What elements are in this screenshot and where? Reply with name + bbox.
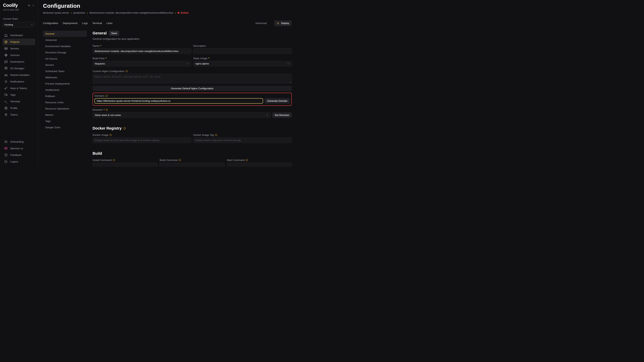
info-icon	[126, 70, 128, 72]
info-icon	[113, 159, 115, 161]
sidebar-item-feedback[interactable]: Feedback	[2, 152, 35, 158]
build-command-input[interactable]	[160, 163, 224, 167]
chevron-down-icon	[30, 23, 33, 26]
section-nav-danger-zone[interactable]: Danger Zone	[43, 124, 87, 130]
breadcrumb-application[interactable]: illicitestonion/-module--decomposition:m…	[90, 11, 174, 14]
sidebar-item-label: Sponsor us	[10, 147, 23, 150]
play-icon	[277, 22, 280, 24]
set-direction-button[interactable]: Set Direction	[272, 112, 292, 118]
generate-domain-button[interactable]: Generate Domain	[265, 98, 290, 104]
sidebar-item-label: Projects	[10, 40, 20, 43]
section-nav-advanced[interactable]: Advanced	[43, 37, 87, 43]
static-image-select[interactable]: nginx:alpine	[193, 61, 292, 66]
sidebar-nav: Dashboard Projects Servers Sources Desti…	[2, 32, 35, 118]
sidebar-item-profile[interactable]: Profile	[2, 105, 35, 111]
heart-hands-icon	[4, 147, 8, 150]
sidebar-item-teams[interactable]: Teams	[2, 111, 35, 118]
app-version: v4.0.0-beta.399	[3, 8, 35, 11]
tab-terminal[interactable]: Terminal	[92, 22, 102, 24]
required-marker: *	[104, 108, 104, 111]
breadcrumb-separator-icon: ›	[87, 11, 88, 14]
sidebar-item-label: Dashboard	[10, 34, 23, 37]
section-nav-healthcheck[interactable]: Healthcheck	[43, 87, 87, 93]
custom-nginx-textarea[interactable]	[92, 74, 292, 83]
sidebar-item-label: Teams	[10, 113, 18, 116]
section-nav-general[interactable]: General	[43, 31, 87, 37]
section-nav-webhooks[interactable]: Webhooks	[43, 74, 87, 81]
deploy-button[interactable]: Deploy	[274, 20, 292, 26]
advanced-menu[interactable]: Advanced	[255, 22, 270, 24]
sidebar-item-destinations[interactable]: Destinations	[2, 58, 35, 65]
theme-sun-icon[interactable]	[28, 4, 30, 7]
info-icon	[215, 134, 217, 136]
sidebar-item-dashboard[interactable]: Dashboard	[2, 32, 35, 38]
section-nav-preview-deployments[interactable]: Preview Deployments	[43, 81, 87, 87]
section-nav-rollback[interactable]: Rollback	[43, 93, 87, 99]
tag-icon	[4, 93, 8, 97]
breadcrumb-environment[interactable]: production	[73, 11, 85, 14]
docker-image-tag-input[interactable]	[193, 137, 292, 143]
direction-select[interactable]: Allow www & non-www.	[92, 112, 271, 118]
section-nav-resource-limits[interactable]: Resource Limits	[43, 99, 87, 105]
tab-logs[interactable]: Logs	[82, 22, 88, 24]
info-icon	[106, 109, 108, 111]
section-nav-servers[interactable]: Servers	[43, 62, 87, 68]
sidebar-item-shared-variables[interactable]: (x) Shared Variables	[2, 72, 35, 78]
variables-icon: (x)	[4, 74, 8, 76]
section-nav-tags[interactable]: Tags	[43, 118, 87, 124]
sidebar-item-sponsor-us[interactable]: Sponsor us	[2, 145, 35, 152]
docker-image-label: Docker Image	[92, 133, 191, 136]
direction-label: Direction*	[92, 108, 292, 111]
sidebar-item-servers[interactable]: Servers	[2, 45, 35, 52]
home-icon	[4, 33, 8, 37]
domains-label: Domains	[94, 94, 290, 97]
bell-icon	[4, 80, 8, 83]
description-input[interactable]	[193, 48, 292, 54]
generate-nginx-config-button[interactable]: Generate Default Nginx Configuration	[92, 86, 292, 91]
team-select[interactable]: Hosting	[2, 22, 35, 27]
user-circle-icon	[4, 106, 8, 110]
install-command-input[interactable]	[92, 163, 158, 167]
team-select-value: Hosting	[4, 23, 13, 26]
required-marker: *	[208, 57, 209, 60]
section-nav-scheduled-tasks[interactable]: Scheduled Tasks	[43, 68, 87, 74]
sidebar-item-label: Logout	[10, 160, 18, 163]
build-pack-label: Build Pack*	[92, 57, 191, 60]
tab-links[interactable]: Links	[106, 22, 116, 24]
domains-input[interactable]	[94, 98, 263, 104]
name-input[interactable]	[92, 48, 191, 54]
section-nav-resource-operations[interactable]: Resource Operations	[43, 105, 87, 112]
tab-deployments[interactable]: Deployments	[63, 22, 78, 24]
server-icon	[4, 47, 8, 50]
breadcrumb: illicitonion quote server › production ›…	[43, 11, 292, 14]
main-area: Configuration illicitonion quote server …	[38, 0, 297, 167]
theme-switcher-chevrons-icon[interactable]	[32, 4, 35, 7]
status-text: Exited	[180, 11, 188, 14]
section-nav-metrics[interactable]: Metrics	[43, 112, 87, 118]
sidebar-item-terminal[interactable]: >_ Terminal	[2, 98, 35, 105]
breadcrumb-project[interactable]: illicitonion quote server	[43, 11, 69, 14]
sidebar-item-label: Onboarding	[10, 140, 24, 143]
terminal-icon: >_	[4, 100, 8, 103]
sidebar-item-projects[interactable]: Projects	[2, 38, 35, 45]
question-circle-icon	[4, 153, 8, 157]
docker-image-input[interactable]	[92, 137, 191, 143]
save-button[interactable]: Save	[109, 31, 119, 36]
section-nav-environment-variables[interactable]: Environment Variables	[43, 43, 87, 49]
sidebar-item-logout[interactable]: Logout	[2, 158, 35, 165]
sidebar-item-sources[interactable]: Sources	[2, 52, 35, 58]
start-command-input[interactable]	[227, 163, 292, 167]
build-pack-select[interactable]: Nixpacks	[92, 61, 191, 66]
sidebar-item-keys-tokens[interactable]: Keys & Tokens	[2, 85, 35, 91]
git-source-icon	[4, 53, 8, 57]
sidebar-item-s3-storages[interactable]: S3 Storages	[2, 65, 35, 72]
key-icon	[4, 86, 8, 90]
docker-registry-heading: Docker Registry	[92, 126, 292, 130]
current-team-label: Current Team	[3, 17, 35, 20]
sidebar-item-notifications[interactable]: Notifications	[2, 78, 35, 85]
sidebar-item-onboarding[interactable]: Onboarding	[2, 138, 35, 145]
sidebar-item-tags[interactable]: Tags	[2, 91, 35, 98]
tab-configuration[interactable]: Configuration	[43, 22, 58, 24]
section-nav-git-source[interactable]: Git Source	[43, 56, 87, 62]
section-nav-persistent-storage[interactable]: Persistent Storage	[43, 49, 87, 56]
